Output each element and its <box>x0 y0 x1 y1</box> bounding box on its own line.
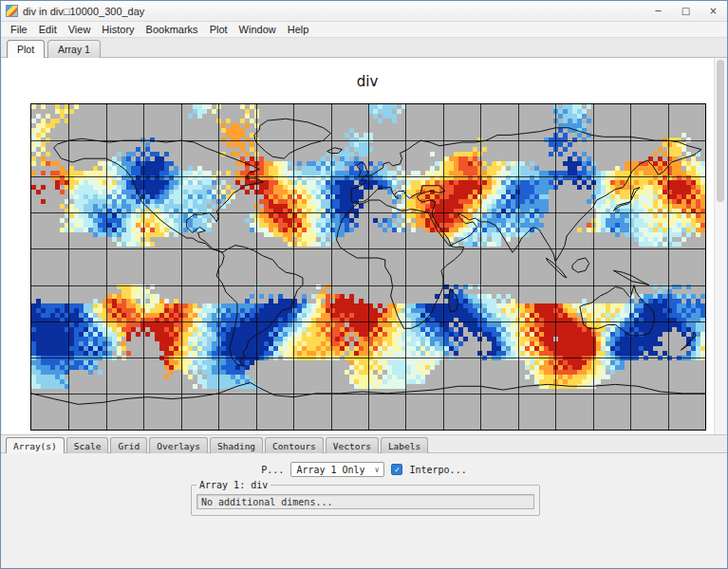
title-bar[interactable]: div in div□10000_300_day − □ × <box>1 1 727 22</box>
plot-options-row: P... Array 1 Only ∨ ✓ Interpo... <box>1 462 727 477</box>
tab-vectors-label: Vectors <box>333 441 371 451</box>
plot-title: div <box>30 73 704 90</box>
tab-scale-label: Scale <box>74 441 102 451</box>
tab-overlays[interactable]: Overlays <box>149 437 208 453</box>
tab-grid-label: Grid <box>118 441 140 451</box>
app-window: div in div□10000_300_day − □ × File Edit… <box>0 0 728 569</box>
window-controls: − □ × <box>644 1 727 21</box>
tab-arrays[interactable]: Array(s) <box>6 437 65 453</box>
plot-scrollbar[interactable] <box>714 58 726 434</box>
tab-plot[interactable]: Plot <box>7 40 45 58</box>
tab-contours[interactable]: Contours <box>265 437 324 453</box>
settings-tab-bar: Array(s) Scale Grid Overlays Shading Con… <box>1 434 727 453</box>
tab-contours-label: Contours <box>272 441 316 451</box>
tab-labels[interactable]: Labels <box>381 437 428 453</box>
menu-item-bookmarks[interactable]: Bookmarks <box>140 23 204 36</box>
tab-labels-label: Labels <box>388 441 420 451</box>
menu-item-plot[interactable]: Plot <box>204 23 233 36</box>
close-button[interactable]: × <box>700 1 727 21</box>
menu-item-edit[interactable]: Edit <box>33 23 63 36</box>
map-plot <box>30 103 706 431</box>
tab-plot-label: Plot <box>17 44 34 55</box>
tab-shading-label: Shading <box>217 441 255 451</box>
maximize-button[interactable]: □ <box>672 1 700 21</box>
minimize-button[interactable]: − <box>644 1 672 21</box>
chevron-down-icon: ∨ <box>375 466 380 474</box>
menu-item-view[interactable]: View <box>63 23 97 36</box>
tab-arrays-label: Array(s) <box>13 441 57 451</box>
tab-overlays-label: Overlays <box>157 441 200 451</box>
plot-scrollbar-thumb[interactable] <box>717 60 724 202</box>
tab-vectors[interactable]: Vectors <box>326 437 379 453</box>
menu-item-file[interactable]: File <box>5 23 33 36</box>
array-info-field: No additional dimens... <box>196 494 534 509</box>
app-icon <box>6 5 18 17</box>
controls-panel: P... Array 1 Only ∨ ✓ Interpo... Array 1… <box>1 454 727 568</box>
interpolate-label: Interpo... <box>409 465 466 475</box>
plot-label: P... <box>261 465 284 475</box>
tab-array-1[interactable]: Array 1 <box>47 40 101 58</box>
array-select-value: Array 1 Only <box>296 465 364 475</box>
interpolate-checkbox[interactable]: ✓ <box>391 464 402 475</box>
tab-grid[interactable]: Grid <box>110 437 147 453</box>
plot-tab-bar: Plot Array 1 <box>1 38 727 58</box>
menu-item-window[interactable]: Window <box>233 23 282 36</box>
menu-item-history[interactable]: History <box>96 23 140 36</box>
array-group: Array 1: div No additional dimens... <box>191 480 540 516</box>
menu-item-help[interactable]: Help <box>282 23 315 36</box>
plot-area: div <box>2 58 726 434</box>
array-select[interactable]: Array 1 Only ∨ <box>290 462 384 477</box>
window-title: div in div□10000_300_day <box>23 6 144 17</box>
tab-shading[interactable]: Shading <box>210 437 263 453</box>
tab-scale[interactable]: Scale <box>66 437 109 453</box>
array-group-legend: Array 1: div <box>196 480 271 490</box>
menu-bar: File Edit View History Bookmarks Plot Wi… <box>1 22 727 38</box>
tab-array-1-label: Array 1 <box>58 44 90 55</box>
